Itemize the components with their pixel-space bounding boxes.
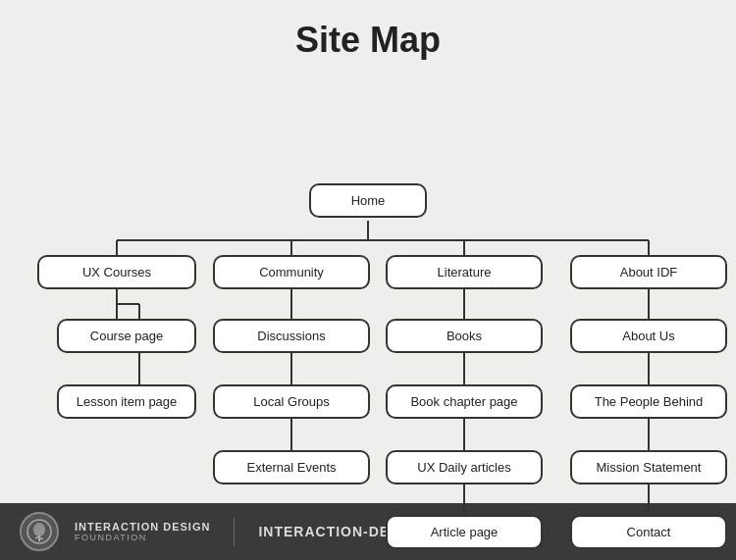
external-events-node: External Events: [213, 450, 370, 484]
ux-daily-articles-node: UX Daily articles: [386, 450, 543, 484]
about-us-node: About Us: [570, 319, 727, 353]
lesson-item-page-node: Lesson item page: [57, 384, 196, 419]
contact-node: Contact: [570, 515, 727, 549]
course-page-node: Course page: [57, 319, 196, 353]
local-groups-node: Local Groups: [213, 384, 370, 419]
about-idf-node: About IDF: [570, 255, 727, 289]
home-node: Home: [309, 183, 427, 218]
discussions-node: Discussions: [213, 319, 370, 353]
page-title: Site Map: [10, 20, 726, 61]
article-page-node: Article page: [386, 515, 543, 549]
book-chapter-page-node: Book chapter page: [386, 384, 543, 419]
the-people-behind-node: The People Behind: [570, 384, 727, 419]
books-node: Books: [386, 319, 543, 353]
community-node: Community: [213, 255, 370, 289]
mission-statement-node: Mission Statement: [570, 450, 727, 484]
ux-courses-node: UX Courses: [37, 255, 196, 289]
literature-node: Literature: [386, 255, 543, 289]
